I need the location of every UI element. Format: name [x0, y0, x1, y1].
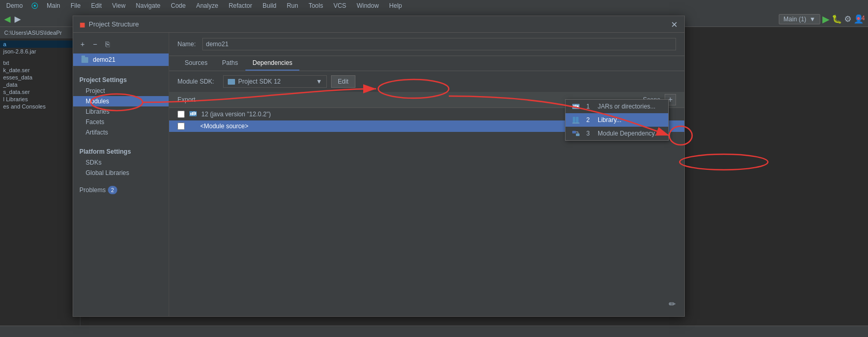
menu-run[interactable]: Run: [285, 1, 300, 10]
svg-rect-8: [577, 105, 578, 107]
sidebar-file-data[interactable]: _data: [0, 81, 80, 88]
dialog-title-row: ◼ Project Structure: [79, 20, 139, 29]
menu-tools[interactable]: Tools: [307, 1, 325, 10]
nav-item-project[interactable]: Project: [73, 86, 169, 96]
svg-rect-7: [575, 105, 576, 107]
sdk-label: Module SDK:: [177, 78, 219, 85]
svg-rect-12: [572, 131, 576, 133]
sdk-value: Project SDK 12: [238, 78, 281, 85]
nav-item-artifacts[interactable]: Artifacts: [73, 127, 169, 138]
export-column-header: Export: [177, 96, 219, 103]
menu-window[interactable]: Window: [354, 1, 381, 10]
dep-checkbox-module[interactable]: [177, 123, 185, 130]
run-config-selector[interactable]: Main (1) ▼: [779, 14, 820, 24]
menu-navigate[interactable]: Navigate: [134, 1, 162, 10]
tab-dependencies[interactable]: Dependencies: [245, 56, 300, 71]
nav-item-modules[interactable]: Modules: [73, 96, 169, 106]
dialog-content: Name: Sources Paths Dependencies Module …: [169, 33, 684, 316]
svg-rect-10: [576, 117, 578, 123]
tab-sources[interactable]: Sources: [177, 56, 215, 71]
menu-refactor[interactable]: Refactor: [227, 1, 254, 10]
main-icon: ⦿: [31, 2, 38, 10]
dialog-title-text: Project Structure: [89, 20, 139, 28]
sdk-row: Module SDK: Project SDK 12 ▼ Edit: [169, 71, 684, 92]
left-panel: a json-2.8.6.jar txt k_date.ser esses_da…: [0, 38, 80, 337]
error-indicator: ● 4: [857, 15, 865, 22]
module-dep-icon: [572, 129, 582, 138]
menu-main[interactable]: Main: [45, 1, 62, 10]
problems-label: Problems: [79, 186, 106, 194]
remove-module-button[interactable]: −: [90, 39, 100, 49]
sidebar-file-esses[interactable]: esses_data: [0, 74, 80, 81]
breadcrumb-path: C:\Users\ASUS\IdeaPr: [4, 30, 62, 36]
dep-module-icon: [189, 123, 196, 130]
debug-button[interactable]: 🐛: [832, 14, 842, 24]
sidebar-file-sdata[interactable]: s_data.ser: [0, 88, 80, 96]
name-input[interactable]: [202, 38, 676, 50]
dep-sdk-icon: [189, 110, 197, 118]
menu-edit[interactable]: Edit: [89, 1, 104, 10]
dialog-nav: + − ⎘ demo21 Project Settings Project Mo…: [73, 33, 169, 316]
module-folder-icon: [81, 56, 90, 64]
sdk-dropdown[interactable]: Project SDK 12 ▼: [223, 75, 327, 88]
menu-help[interactable]: Help: [387, 1, 404, 10]
nav-item-global-libraries[interactable]: Global Libraries: [73, 168, 169, 178]
sidebar-file-txt[interactable]: txt: [0, 59, 80, 66]
sdk-edit-button[interactable]: Edit: [331, 75, 355, 88]
add-library-item[interactable]: 2 Library...: [566, 113, 668, 127]
content-tabs: Sources Paths Dependencies: [169, 56, 684, 71]
dropdown-arrow-icon: ▼: [809, 16, 816, 23]
library-icon: [572, 116, 582, 124]
nav-item-problems[interactable]: Problems 2: [73, 184, 169, 196]
run-button[interactable]: ▶: [822, 14, 830, 25]
menu-vcs[interactable]: VCS: [332, 1, 349, 10]
svg-rect-1: [190, 113, 191, 115]
sidebar-file-a[interactable]: a: [0, 41, 80, 48]
sdk-dropdown-arrow-icon: ▼: [316, 78, 322, 85]
nav-item-sdks[interactable]: SDKs: [73, 157, 169, 168]
name-row: Name:: [169, 33, 684, 56]
menu-build[interactable]: Build: [260, 1, 279, 10]
copy-module-button[interactable]: ⎘: [102, 39, 113, 49]
sidebar-file-json-jar[interactable]: json-2.8.6.jar: [0, 48, 80, 55]
sdk-folder-icon: [228, 79, 235, 85]
module-dep-label: Module Dependency...: [598, 130, 659, 137]
svg-rect-3: [194, 112, 195, 115]
menu-view[interactable]: View: [110, 1, 128, 10]
edit-pencil-button[interactable]: ✏: [666, 298, 678, 310]
run-config-label: Main (1): [783, 16, 806, 23]
module-item-demo21[interactable]: demo21: [73, 53, 169, 66]
svg-rect-13: [576, 133, 580, 136]
svg-rect-4: [195, 112, 196, 115]
tab-paths[interactable]: Paths: [215, 56, 245, 71]
forward-icon[interactable]: ▶: [15, 14, 21, 24]
add-module-button[interactable]: +: [77, 39, 88, 49]
menu-code[interactable]: Code: [169, 1, 188, 10]
library-label: Library...: [598, 116, 622, 124]
dialog-title-icon: ◼: [79, 20, 86, 29]
add-module-dep-item[interactable]: 3 Module Dependency...: [566, 127, 668, 140]
add-dropdown-menu: 1 JARs or directories... 2 Library...: [565, 99, 669, 141]
sidebar-file-kdate[interactable]: k_date.ser: [0, 66, 80, 74]
top-menu-bar: Demo ⦿ Main File Edit View Navigate Code…: [0, 0, 868, 11]
sidebar-file-libraries[interactable]: l Libraries: [0, 96, 80, 103]
menu-analyze[interactable]: Analyze: [194, 1, 221, 10]
add-jars-item[interactable]: 1 JARs or directories...: [566, 100, 668, 113]
dep-sdk-name: 12 (java version "12.0.2"): [201, 111, 271, 118]
svg-rect-2: [192, 112, 193, 115]
build-button[interactable]: ⚙: [844, 14, 851, 24]
module-dep-num: 3: [586, 130, 594, 137]
sidebar-file-consoles[interactable]: es and Consoles: [0, 103, 80, 110]
close-button[interactable]: ✕: [671, 21, 678, 28]
svg-rect-6: [573, 105, 575, 107]
breadcrumb: C:\Users\ASUS\IdeaPr: [0, 27, 80, 38]
nav-item-facets[interactable]: Facets: [73, 117, 169, 127]
back-icon[interactable]: ◀: [4, 14, 10, 24]
name-label: Name:: [177, 41, 198, 48]
nav-item-libraries[interactable]: Libraries: [73, 106, 169, 117]
dialog-body: + − ⎘ demo21 Project Settings Project Mo…: [73, 33, 684, 316]
menu-demo[interactable]: Demo: [4, 1, 25, 10]
jars-label: JARs or directories...: [598, 103, 655, 110]
menu-file[interactable]: File: [68, 1, 82, 10]
dep-checkbox-sdk[interactable]: [177, 111, 185, 118]
